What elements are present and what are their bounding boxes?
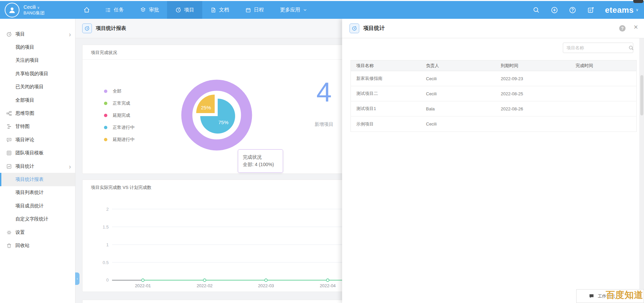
panel-help-button[interactable]: ? — [619, 25, 626, 32]
user-account-block[interactable]: Cecili∨ BANG集团 — [0, 1, 76, 19]
search-icon[interactable] — [628, 45, 634, 51]
sidebar-collapse-handle[interactable]: ‹ — [75, 272, 79, 285]
user-avatar[interactable] — [5, 3, 19, 17]
nav-label: 项目 — [184, 7, 194, 13]
nav-more-apps[interactable]: 更多应用 — [272, 1, 315, 19]
sidebar-item-gantt[interactable]: 甘特图 — [0, 120, 75, 133]
sidebar-item-project-statistics[interactable]: 项目统计 › — [0, 160, 75, 173]
create-new-button[interactable] — [551, 6, 558, 14]
pie-label-25: 25% — [201, 105, 211, 110]
legend-dot — [104, 102, 107, 105]
chevron-right-icon: › — [69, 163, 71, 170]
comment-icon — [6, 137, 12, 143]
nav-label: 日程 — [254, 7, 264, 13]
legend-item-completed-on-time[interactable]: 正常完成 — [104, 97, 135, 109]
table-row[interactable]: 测试项目二 Cecili 2022-08-25 — [351, 86, 636, 101]
sidebar-item-recycle-bin[interactable]: 回收站 — [0, 239, 75, 252]
legend-item-overdue-in-progress[interactable]: 延期进行中 — [104, 134, 135, 146]
card-title: 项目完成状况 — [91, 50, 117, 56]
topbar-actions: eteams ∨ — [533, 1, 644, 19]
nav-calendar[interactable]: 日程 — [237, 1, 272, 19]
sidebar-item-settings[interactable]: 设置 — [0, 226, 75, 239]
activity-feed-button[interactable] — [587, 6, 594, 14]
y-tick: 1.5 — [103, 224, 109, 230]
data-point — [142, 279, 144, 282]
nav-home[interactable] — [76, 1, 97, 19]
left-sidebar: 项目 › 我的项目 关注的项目 共享给我的项目 已关闭的项目 全部项目 思维导图… — [0, 19, 75, 303]
plus-circle-icon — [551, 6, 558, 14]
pie-legend: 全部 正常完成 延期完成 正常进行中 延期进行中 — [104, 85, 135, 146]
search-icon — [533, 6, 540, 13]
data-point — [265, 279, 267, 282]
data-point — [203, 279, 206, 282]
sidebar-item-my-projects[interactable]: 我的项目 — [0, 41, 75, 54]
search-input[interactable] — [563, 45, 628, 50]
sidebar-item-followed-projects[interactable]: 关注的项目 — [0, 54, 75, 67]
column-header: 项目名称 — [351, 63, 421, 69]
gear-icon — [6, 230, 12, 236]
panel-close-button[interactable]: × — [634, 23, 638, 31]
scrollbar-thumb[interactable] — [640, 75, 643, 115]
sidebar-item-shared-projects[interactable]: 共享给我的项目 — [0, 67, 75, 80]
nav-label: 文档 — [219, 7, 229, 13]
legend-dot — [104, 114, 107, 117]
nav-project[interactable]: 项目 — [167, 1, 202, 19]
sidebar-item-project-stat-report[interactable]: 项目统计报表 — [0, 173, 75, 186]
table-row[interactable]: 新家装修指南 Cecili 2022-09-23 — [351, 71, 636, 86]
project-app-icon — [82, 23, 92, 33]
nav-documents[interactable]: 文档 — [202, 1, 237, 19]
eteams-logo[interactable]: eteams ∨ — [605, 5, 639, 15]
work-messages-label: 工作消息 — [598, 293, 615, 299]
legend-item-completed-late[interactable]: 延期完成 — [104, 109, 135, 121]
statistics-icon — [6, 163, 12, 169]
y-tick: 0 — [106, 277, 109, 283]
sidebar-item-project-member-stats[interactable]: 项目成员统计 — [0, 199, 75, 212]
project-clock-icon — [175, 7, 181, 13]
search-button[interactable] — [533, 6, 540, 14]
x-tick: 2022-04 — [320, 283, 336, 288]
column-header: 到期时间 — [495, 63, 570, 69]
nav-approval[interactable]: 审批 — [132, 1, 167, 19]
panel-scrollbar[interactable] — [639, 38, 644, 303]
sidebar-item-project-comments[interactable]: 项目评论 — [0, 133, 75, 146]
y-tick: 2 — [106, 207, 109, 212]
chevron-down-icon: ∨ — [37, 6, 40, 9]
sidebar-item-all-projects[interactable]: 全部项目 — [0, 94, 75, 107]
page-title: 项目统计报表 — [96, 25, 126, 32]
legend-dot — [104, 138, 107, 141]
work-messages-bar[interactable]: 工作消息 — [576, 289, 644, 303]
sidebar-item-team-templates[interactable]: 团队项目模板 — [0, 147, 75, 160]
help-button[interactable] — [569, 6, 576, 14]
sidebar-item-project[interactable]: 项目 › — [0, 28, 75, 41]
top-right-dark-tab — [633, 0, 643, 3]
person-icon — [8, 6, 16, 14]
legend-item-all[interactable]: 全部 — [104, 85, 135, 97]
approval-layers-icon — [140, 7, 146, 13]
nav-tasks[interactable]: 任务 — [97, 1, 132, 19]
sidebar-item-mindmap[interactable]: 思维导图 — [0, 107, 75, 120]
mindmap-icon — [6, 110, 12, 116]
sidebar-item-closed-projects[interactable]: 已关闭的项目 — [0, 81, 75, 94]
column-header: 负责人 — [421, 63, 495, 69]
primary-nav: 任务 审批 项目 文档 日程 更多应用 — [76, 1, 315, 19]
donut-outer-ring — [187, 85, 247, 145]
x-tick: 2022-02 — [197, 283, 213, 288]
sidebar-item-project-list-stats[interactable]: 项目列表统计 — [0, 186, 75, 199]
sidebar-item-custom-field-stats[interactable]: 自定义字段统计 — [0, 212, 75, 225]
legend-dot — [104, 126, 107, 129]
chevron-down-icon — [303, 8, 307, 12]
legend-item-in-progress[interactable]: 正常进行中 — [104, 121, 135, 134]
chevron-down-icon: ∨ — [636, 8, 639, 12]
trash-icon — [6, 243, 12, 249]
pie-label-75: 75% — [218, 119, 228, 125]
table-row[interactable]: 示例项目 Cecili — [351, 116, 636, 132]
table-row[interactable]: 测试项目1 Bala 2022-08-26 — [351, 101, 636, 116]
gantt-chart-icon — [6, 123, 12, 130]
home-icon — [83, 6, 90, 13]
question-circle-icon — [569, 6, 576, 14]
top-navigation-bar: Cecili∨ BANG集团 任务 审批 项目 — [0, 0, 644, 19]
project-clock-icon — [6, 31, 12, 37]
nav-label: 审批 — [149, 7, 159, 13]
project-app-icon — [350, 23, 359, 33]
completion-donut-chart[interactable]: 25% 75% — [176, 75, 257, 155]
